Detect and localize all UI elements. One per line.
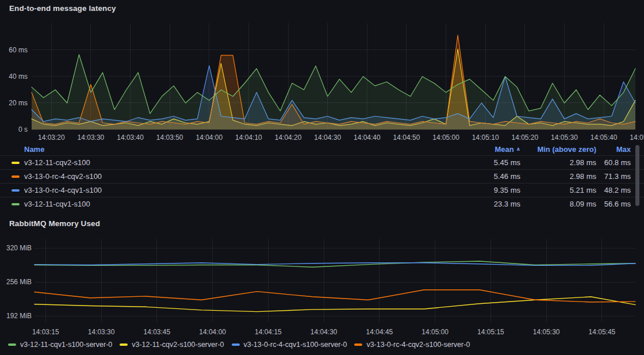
x-tick-label: 14:05:10 <box>472 133 499 142</box>
series-color-dash-icon <box>8 343 16 346</box>
column-header-name[interactable]: Name <box>0 145 451 154</box>
series-color-dash-icon <box>120 343 128 346</box>
mean-value: 23.3 ms <box>451 200 520 208</box>
series-color-dash-icon <box>354 343 362 346</box>
x-tick-label: 14:05:15 <box>477 328 504 336</box>
series-color-dash-icon <box>12 203 20 205</box>
series-toggle[interactable]: v3-12-11-cqv2-s100 <box>0 158 451 167</box>
x-tick-label: 14:05:40 <box>591 133 618 142</box>
series-name: v3-13-0-rc-4-cqv1-s100-server-0 <box>244 341 347 349</box>
x-tick-label: 14:04:30 <box>310 328 338 336</box>
max-value: 71.3 ms <box>596 172 631 181</box>
series-toggle[interactable]: v3-12-11-cqv1-s100-server-0 <box>8 341 112 349</box>
x-tick-label: 14:05:00 <box>432 133 459 142</box>
x-tick-label: 14:03:15 <box>32 328 59 336</box>
series-fill <box>32 55 635 129</box>
x-tick-label: 14:05:50 <box>630 133 644 142</box>
y-tick-label: 256 MiB <box>6 278 32 286</box>
series-toggle[interactable]: v3-12-11-cqv2-s100-server-0 <box>120 341 224 349</box>
series-toggle[interactable]: v3-12-11-cqv1-s100 <box>0 200 451 208</box>
x-tick-label: 14:03:45 <box>144 328 171 336</box>
series-name: v3-12-11-cqv1-s100 <box>24 200 90 208</box>
table-row: v3-13-0-rc-4-cqv1-s100 9.35 ms 5.21 ms 4… <box>0 183 644 197</box>
table-row: v3-12-11-cqv2-s100 5.45 ms 2.98 ms 60.8 … <box>0 155 644 169</box>
series-line-v3-12-11-cqv2-s100-server-0 <box>34 297 635 312</box>
x-tick-label: 14:04:15 <box>255 328 282 336</box>
mean-value: 9.35 ms <box>451 186 520 194</box>
x-tick-label: 14:05:45 <box>589 328 616 336</box>
x-tick-label: 14:04:00 <box>195 133 223 142</box>
series-toggle[interactable]: v3-13-0-rc-4-cqv1-s100-server-0 <box>232 341 347 349</box>
x-tick-label: 14:04:40 <box>354 133 381 142</box>
min-value: 2.98 ms <box>520 158 596 167</box>
series-name: v3-12-11-cqv1-s100-server-0 <box>20 341 112 349</box>
legend-scrollbar[interactable] <box>635 145 639 206</box>
x-tick-label: 14:05:00 <box>421 328 448 336</box>
series-name: v3-13-0-rc-4-cqv1-s100 <box>24 186 102 194</box>
min-value: 8.09 ms <box>520 200 596 208</box>
x-tick-label: 14:03:50 <box>156 133 183 142</box>
series-name: v3-12-11-cqv2-s100-server-0 <box>132 341 224 349</box>
y-tick-label: 20 ms <box>9 99 28 107</box>
max-value: 48.2 ms <box>596 186 631 194</box>
x-tick-label: 14:04:00 <box>199 328 226 336</box>
series-name: v3-13-0-rc-4-cqv2-s100 <box>24 172 102 181</box>
y-tick-label: 0 s <box>18 125 28 133</box>
series-color-dash-icon <box>232 343 240 346</box>
x-tick-label: 14:04:30 <box>314 133 341 142</box>
series-color-dash-icon <box>12 175 20 178</box>
y-tick-label: 60 ms <box>9 46 28 54</box>
series-toggle[interactable]: v3-13-0-rc-4-cqv1-s100 <box>0 186 451 194</box>
latency-chart[interactable]: 0 s20 ms40 ms60 ms14:03:2014:03:3014:03:… <box>0 0 644 143</box>
mean-value: 5.45 ms <box>451 158 520 167</box>
table-row: v3-12-11-cqv1-s100 23.3 ms 8.09 ms 56.6 … <box>0 197 644 211</box>
legend-table-header: Name Mean∧ Min (above zero) Max <box>0 143 644 155</box>
y-tick-label: 40 ms <box>9 72 28 81</box>
x-tick-label: 14:04:45 <box>366 328 393 336</box>
series-color-dash-icon <box>12 162 20 164</box>
x-tick-label: 14:05:30 <box>533 328 560 336</box>
x-tick-label: 14:03:20 <box>38 133 65 142</box>
y-tick-label: 192 MiB <box>6 312 32 320</box>
series-toggle[interactable]: v3-13-0-rc-4-cqv2-s100 <box>0 172 451 181</box>
series-toggle[interactable]: v3-13-0-rc-4-cqv2-s100-server-0 <box>354 341 470 349</box>
x-tick-label: 14:05:30 <box>551 133 578 142</box>
series-name: v3-12-11-cqv2-s100 <box>24 158 90 167</box>
x-tick-label: 14:03:30 <box>78 133 105 142</box>
x-tick-label: 14:04:10 <box>235 133 262 142</box>
x-tick-label: 14:03:40 <box>117 133 144 142</box>
latency-legend-table: Name Mean∧ Min (above zero) Max v3-12-11… <box>0 143 644 211</box>
mean-value: 5.46 ms <box>451 172 520 181</box>
panel-title-memory[interactable]: RabbitMQ Memory Used <box>9 219 100 228</box>
grafana-dashboard: End-to-end message latency 0 s20 ms40 ms… <box>0 0 644 355</box>
min-value: 5.21 ms <box>520 186 596 194</box>
series-color-dash-icon <box>12 189 20 192</box>
table-row: v3-13-0-rc-4-cqv2-s100 5.46 ms 2.98 ms 7… <box>0 169 644 183</box>
max-value: 56.6 ms <box>596 200 631 208</box>
memory-chart[interactable]: 192 MiB256 MiB320 MiB14:03:1514:03:3014:… <box>0 233 644 339</box>
max-value: 60.8 ms <box>596 158 631 167</box>
y-tick-label: 320 MiB <box>6 244 32 252</box>
column-header-min[interactable]: Min (above zero) <box>520 145 596 154</box>
column-header-max[interactable]: Max <box>596 145 631 154</box>
x-tick-label: 14:04:20 <box>275 133 302 142</box>
sort-ascending-icon: ∧ <box>516 146 520 152</box>
x-tick-label: 14:03:30 <box>88 328 115 336</box>
min-value: 2.98 ms <box>520 172 596 181</box>
series-line-v3-13-0-rc-4-cqv2-s100-server-0 <box>34 290 635 302</box>
x-tick-label: 14:04:50 <box>393 133 420 142</box>
memory-chart-legend: v3-12-11-cqv1-s100-server-0 v3-12-11-cqv… <box>8 341 470 349</box>
x-tick-label: 14:05:20 <box>511 133 538 142</box>
column-header-mean[interactable]: Mean∧ <box>451 145 520 154</box>
series-name: v3-13-0-rc-4-cqv2-s100-server-0 <box>366 341 470 349</box>
